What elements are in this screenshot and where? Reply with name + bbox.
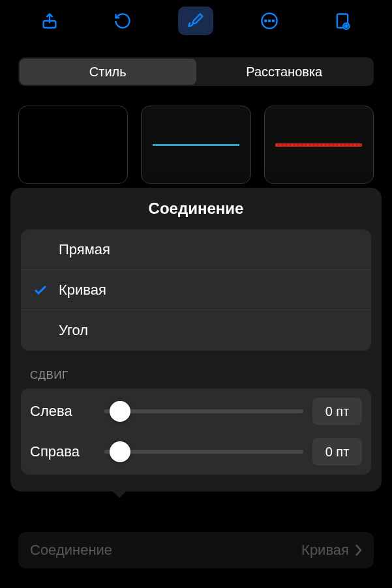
slider-left-label: Слева [30,403,95,420]
option-curve[interactable]: Кривая [21,270,371,310]
more-button[interactable] [252,7,287,35]
format-brush-button[interactable] [178,7,213,35]
tab-style[interactable]: Стиль [20,59,196,85]
style-arrange-segmented: Стиль Расстановка [18,57,374,86]
slider-row-right: Справа 0 пт [21,432,371,472]
line-style-presets [0,96,392,184]
undo-button[interactable] [105,7,140,35]
slider-left-thumb[interactable] [110,401,130,422]
connection-row-value: Кривая [301,542,362,559]
slider-left-value[interactable]: 0 пт [312,398,362,425]
option-straight[interactable]: Прямая [21,229,371,270]
document-options-button[interactable] [325,7,360,35]
svg-point-4 [272,20,273,22]
chevron-right-icon [354,544,362,557]
preset-line-blue[interactable] [141,106,250,184]
svg-point-7 [345,25,348,27]
option-corner[interactable]: Угол [21,310,371,351]
offset-section-header: СДВИГ [10,369,382,389]
toolbar [0,0,392,42]
slider-right-label: Справа [30,443,95,460]
tab-arrange[interactable]: Расстановка [196,59,373,85]
slider-row-left: Слева 0 пт [21,391,371,432]
share-button[interactable] [32,7,67,35]
connection-options: Прямая Кривая Угол [21,229,371,351]
preset-line-red[interactable] [264,106,374,184]
slider-right-track[interactable] [104,450,303,454]
connection-sheet: Соединение Прямая Кривая Угол СДВИГ Слев… [10,188,382,492]
checkmark-icon [33,282,59,298]
preset-line-black[interactable] [18,106,128,184]
slider-right-thumb[interactable] [110,441,130,462]
sheet-pointer [112,490,127,498]
offset-sliders: Слева 0 пт Справа 0 пт [21,389,371,475]
sheet-title: Соединение [10,199,382,218]
svg-point-2 [265,20,266,22]
connection-row-label: Соединение [30,542,112,559]
slider-left-track[interactable] [104,409,303,413]
connection-row[interactable]: Соединение Кривая [18,532,374,568]
slider-right-value[interactable]: 0 пт [312,438,362,465]
svg-point-3 [268,20,269,22]
